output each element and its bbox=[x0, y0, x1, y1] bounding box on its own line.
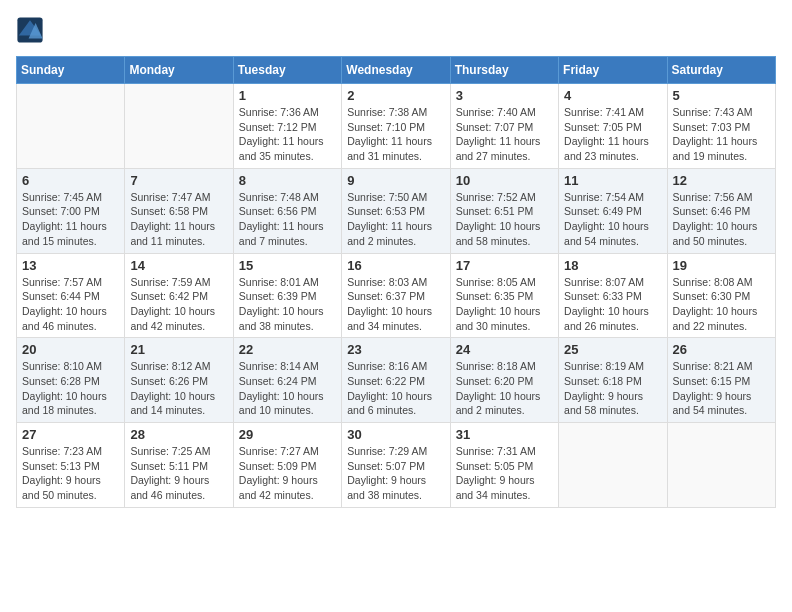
calendar-cell: 8Sunrise: 7:48 AM Sunset: 6:56 PM Daylig… bbox=[233, 168, 341, 253]
weekday-header-tuesday: Tuesday bbox=[233, 57, 341, 84]
week-row-1: 1Sunrise: 7:36 AM Sunset: 7:12 PM Daylig… bbox=[17, 84, 776, 169]
calendar-cell: 9Sunrise: 7:50 AM Sunset: 6:53 PM Daylig… bbox=[342, 168, 450, 253]
day-number: 31 bbox=[456, 427, 553, 442]
weekday-header-row: SundayMondayTuesdayWednesdayThursdayFrid… bbox=[17, 57, 776, 84]
day-info: Sunrise: 7:59 AM Sunset: 6:42 PM Dayligh… bbox=[130, 275, 227, 334]
weekday-header-wednesday: Wednesday bbox=[342, 57, 450, 84]
calendar-cell: 28Sunrise: 7:25 AM Sunset: 5:11 PM Dayli… bbox=[125, 423, 233, 508]
day-number: 27 bbox=[22, 427, 119, 442]
calendar-cell: 21Sunrise: 8:12 AM Sunset: 6:26 PM Dayli… bbox=[125, 338, 233, 423]
day-number: 22 bbox=[239, 342, 336, 357]
calendar-cell: 19Sunrise: 8:08 AM Sunset: 6:30 PM Dayli… bbox=[667, 253, 775, 338]
day-number: 29 bbox=[239, 427, 336, 442]
day-number: 13 bbox=[22, 258, 119, 273]
day-info: Sunrise: 8:12 AM Sunset: 6:26 PM Dayligh… bbox=[130, 359, 227, 418]
week-row-5: 27Sunrise: 7:23 AM Sunset: 5:13 PM Dayli… bbox=[17, 423, 776, 508]
day-number: 25 bbox=[564, 342, 661, 357]
calendar-cell bbox=[667, 423, 775, 508]
calendar-cell: 14Sunrise: 7:59 AM Sunset: 6:42 PM Dayli… bbox=[125, 253, 233, 338]
day-info: Sunrise: 7:27 AM Sunset: 5:09 PM Dayligh… bbox=[239, 444, 336, 503]
week-row-3: 13Sunrise: 7:57 AM Sunset: 6:44 PM Dayli… bbox=[17, 253, 776, 338]
calendar-cell: 27Sunrise: 7:23 AM Sunset: 5:13 PM Dayli… bbox=[17, 423, 125, 508]
calendar-cell: 1Sunrise: 7:36 AM Sunset: 7:12 PM Daylig… bbox=[233, 84, 341, 169]
calendar-cell: 24Sunrise: 8:18 AM Sunset: 6:20 PM Dayli… bbox=[450, 338, 558, 423]
weekday-header-monday: Monday bbox=[125, 57, 233, 84]
day-info: Sunrise: 7:48 AM Sunset: 6:56 PM Dayligh… bbox=[239, 190, 336, 249]
calendar-cell: 13Sunrise: 7:57 AM Sunset: 6:44 PM Dayli… bbox=[17, 253, 125, 338]
day-info: Sunrise: 8:16 AM Sunset: 6:22 PM Dayligh… bbox=[347, 359, 444, 418]
calendar-cell: 31Sunrise: 7:31 AM Sunset: 5:05 PM Dayli… bbox=[450, 423, 558, 508]
day-info: Sunrise: 8:05 AM Sunset: 6:35 PM Dayligh… bbox=[456, 275, 553, 334]
day-info: Sunrise: 7:36 AM Sunset: 7:12 PM Dayligh… bbox=[239, 105, 336, 164]
calendar-cell: 3Sunrise: 7:40 AM Sunset: 7:07 PM Daylig… bbox=[450, 84, 558, 169]
day-number: 10 bbox=[456, 173, 553, 188]
day-number: 24 bbox=[456, 342, 553, 357]
day-info: Sunrise: 8:14 AM Sunset: 6:24 PM Dayligh… bbox=[239, 359, 336, 418]
calendar-cell: 16Sunrise: 8:03 AM Sunset: 6:37 PM Dayli… bbox=[342, 253, 450, 338]
logo bbox=[16, 16, 48, 44]
day-info: Sunrise: 7:41 AM Sunset: 7:05 PM Dayligh… bbox=[564, 105, 661, 164]
day-info: Sunrise: 7:52 AM Sunset: 6:51 PM Dayligh… bbox=[456, 190, 553, 249]
calendar-cell: 12Sunrise: 7:56 AM Sunset: 6:46 PM Dayli… bbox=[667, 168, 775, 253]
calendar-cell: 29Sunrise: 7:27 AM Sunset: 5:09 PM Dayli… bbox=[233, 423, 341, 508]
calendar-cell bbox=[125, 84, 233, 169]
day-info: Sunrise: 7:47 AM Sunset: 6:58 PM Dayligh… bbox=[130, 190, 227, 249]
calendar-cell: 5Sunrise: 7:43 AM Sunset: 7:03 PM Daylig… bbox=[667, 84, 775, 169]
calendar-cell: 20Sunrise: 8:10 AM Sunset: 6:28 PM Dayli… bbox=[17, 338, 125, 423]
calendar-cell: 4Sunrise: 7:41 AM Sunset: 7:05 PM Daylig… bbox=[559, 84, 667, 169]
day-info: Sunrise: 7:50 AM Sunset: 6:53 PM Dayligh… bbox=[347, 190, 444, 249]
day-number: 28 bbox=[130, 427, 227, 442]
calendar-cell: 26Sunrise: 8:21 AM Sunset: 6:15 PM Dayli… bbox=[667, 338, 775, 423]
day-number: 18 bbox=[564, 258, 661, 273]
day-number: 1 bbox=[239, 88, 336, 103]
day-number: 14 bbox=[130, 258, 227, 273]
day-number: 9 bbox=[347, 173, 444, 188]
day-number: 6 bbox=[22, 173, 119, 188]
day-number: 21 bbox=[130, 342, 227, 357]
day-number: 8 bbox=[239, 173, 336, 188]
calendar-cell: 25Sunrise: 8:19 AM Sunset: 6:18 PM Dayli… bbox=[559, 338, 667, 423]
day-info: Sunrise: 7:43 AM Sunset: 7:03 PM Dayligh… bbox=[673, 105, 770, 164]
calendar-cell bbox=[559, 423, 667, 508]
day-info: Sunrise: 7:56 AM Sunset: 6:46 PM Dayligh… bbox=[673, 190, 770, 249]
calendar-cell: 6Sunrise: 7:45 AM Sunset: 7:00 PM Daylig… bbox=[17, 168, 125, 253]
day-info: Sunrise: 8:03 AM Sunset: 6:37 PM Dayligh… bbox=[347, 275, 444, 334]
calendar-cell bbox=[17, 84, 125, 169]
day-info: Sunrise: 7:54 AM Sunset: 6:49 PM Dayligh… bbox=[564, 190, 661, 249]
day-number: 3 bbox=[456, 88, 553, 103]
calendar-cell: 15Sunrise: 8:01 AM Sunset: 6:39 PM Dayli… bbox=[233, 253, 341, 338]
day-number: 15 bbox=[239, 258, 336, 273]
day-number: 4 bbox=[564, 88, 661, 103]
day-number: 16 bbox=[347, 258, 444, 273]
calendar-table: SundayMondayTuesdayWednesdayThursdayFrid… bbox=[16, 56, 776, 508]
day-info: Sunrise: 8:18 AM Sunset: 6:20 PM Dayligh… bbox=[456, 359, 553, 418]
calendar-cell: 10Sunrise: 7:52 AM Sunset: 6:51 PM Dayli… bbox=[450, 168, 558, 253]
day-info: Sunrise: 8:21 AM Sunset: 6:15 PM Dayligh… bbox=[673, 359, 770, 418]
day-info: Sunrise: 7:23 AM Sunset: 5:13 PM Dayligh… bbox=[22, 444, 119, 503]
day-info: Sunrise: 7:40 AM Sunset: 7:07 PM Dayligh… bbox=[456, 105, 553, 164]
day-info: Sunrise: 8:07 AM Sunset: 6:33 PM Dayligh… bbox=[564, 275, 661, 334]
day-number: 23 bbox=[347, 342, 444, 357]
calendar-cell: 30Sunrise: 7:29 AM Sunset: 5:07 PM Dayli… bbox=[342, 423, 450, 508]
day-number: 11 bbox=[564, 173, 661, 188]
calendar-cell: 17Sunrise: 8:05 AM Sunset: 6:35 PM Dayli… bbox=[450, 253, 558, 338]
week-row-4: 20Sunrise: 8:10 AM Sunset: 6:28 PM Dayli… bbox=[17, 338, 776, 423]
weekday-header-friday: Friday bbox=[559, 57, 667, 84]
calendar-cell: 11Sunrise: 7:54 AM Sunset: 6:49 PM Dayli… bbox=[559, 168, 667, 253]
logo-icon bbox=[16, 16, 44, 44]
calendar-cell: 18Sunrise: 8:07 AM Sunset: 6:33 PM Dayli… bbox=[559, 253, 667, 338]
day-info: Sunrise: 7:57 AM Sunset: 6:44 PM Dayligh… bbox=[22, 275, 119, 334]
day-info: Sunrise: 8:19 AM Sunset: 6:18 PM Dayligh… bbox=[564, 359, 661, 418]
day-number: 12 bbox=[673, 173, 770, 188]
day-number: 19 bbox=[673, 258, 770, 273]
day-info: Sunrise: 7:31 AM Sunset: 5:05 PM Dayligh… bbox=[456, 444, 553, 503]
day-number: 7 bbox=[130, 173, 227, 188]
day-info: Sunrise: 7:29 AM Sunset: 5:07 PM Dayligh… bbox=[347, 444, 444, 503]
day-number: 2 bbox=[347, 88, 444, 103]
day-number: 5 bbox=[673, 88, 770, 103]
day-info: Sunrise: 7:45 AM Sunset: 7:00 PM Dayligh… bbox=[22, 190, 119, 249]
weekday-header-saturday: Saturday bbox=[667, 57, 775, 84]
day-info: Sunrise: 8:10 AM Sunset: 6:28 PM Dayligh… bbox=[22, 359, 119, 418]
day-info: Sunrise: 7:38 AM Sunset: 7:10 PM Dayligh… bbox=[347, 105, 444, 164]
day-info: Sunrise: 7:25 AM Sunset: 5:11 PM Dayligh… bbox=[130, 444, 227, 503]
